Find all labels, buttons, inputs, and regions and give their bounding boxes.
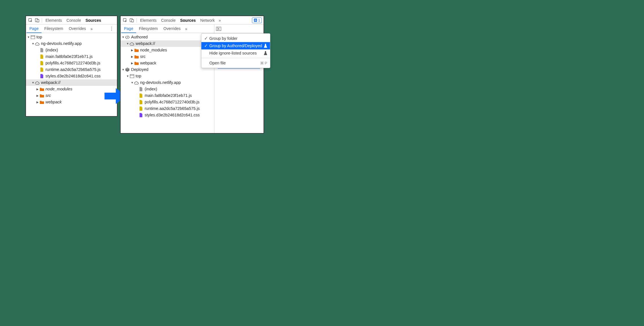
caret-right-icon: ▶ <box>36 86 39 92</box>
tree-file[interactable]: styles.d3e2b24618d2c641.css <box>26 73 117 79</box>
cloud-icon <box>35 42 40 46</box>
tree-label: node_modules <box>45 86 72 92</box>
svg-rect-13 <box>130 75 134 78</box>
tree-top[interactable]: ▼ top <box>26 34 117 40</box>
tab-network[interactable]: Network <box>198 16 217 25</box>
subtab-overrides[interactable]: Overrides <box>161 25 184 33</box>
caret-down-icon: ▼ <box>122 34 125 40</box>
tree-file[interactable]: runtime.aa2dc5a72b65a575.js <box>26 66 117 73</box>
tree-file[interactable]: (index) <box>121 86 214 92</box>
folder-icon <box>134 61 139 66</box>
subtab-filesystem[interactable]: Filesystem <box>136 25 161 33</box>
menu-item-hide-ignore-listed[interactable]: Hide ignore-listed sources <box>201 49 270 57</box>
tree-file[interactable]: polyfills.4c768d7122740d3b.js <box>26 60 117 66</box>
devtools-panel-before: Elements Console Sources Page Filesystem… <box>25 16 118 117</box>
check-icon: ✓ <box>204 36 208 41</box>
js-file-icon <box>40 55 44 59</box>
caret-down-icon: ▼ <box>32 40 34 47</box>
subtab-page[interactable]: Page <box>27 25 42 33</box>
js-file-icon <box>40 68 44 72</box>
tab-elements[interactable]: Elements <box>43 16 64 25</box>
tree-file[interactable]: main.fa8bfa0e23f1eb71.js <box>121 92 214 99</box>
js-file-icon <box>139 100 143 105</box>
editor-toolbar <box>214 25 264 33</box>
tree-folder[interactable]: ▶ node_modules <box>26 86 117 92</box>
tree-folder[interactable]: ▶ webpack <box>26 99 117 105</box>
document-icon <box>139 87 143 92</box>
tree-folder[interactable]: ▶ webpack <box>121 60 214 66</box>
cloud-icon <box>130 42 134 46</box>
menu-item-open-file[interactable]: Open file ⌘ P <box>201 59 270 67</box>
tree-file[interactable]: runtime.aa2dc5a72b65a575.js <box>121 105 214 112</box>
tab-sources[interactable]: Sources <box>178 16 198 25</box>
flask-icon <box>264 44 267 48</box>
device-toggle-icon[interactable] <box>34 17 41 24</box>
tab-sources[interactable]: Sources <box>83 16 103 25</box>
tree-folder[interactable]: ▶ node_modules <box>121 47 214 53</box>
tree-deployed[interactable]: ▼ Deployed <box>121 66 214 73</box>
more-subtabs-icon[interactable]: » <box>183 27 189 31</box>
tab-console[interactable]: Console <box>64 16 83 25</box>
tree-webpack[interactable]: ▼ webpack:// <box>26 79 117 86</box>
tree-label: (index) <box>45 47 58 53</box>
svg-rect-7 <box>132 19 134 22</box>
tree-domain[interactable]: ▼ ng-devtools.netlify.app <box>26 40 117 47</box>
issues-icon <box>254 18 257 22</box>
caret-down-icon: ▼ <box>131 79 134 86</box>
more-tabs-icon[interactable]: » <box>217 18 223 23</box>
caret-right-icon: ▶ <box>131 60 134 66</box>
tab-console[interactable]: Console <box>159 16 178 25</box>
folder-icon <box>134 48 139 53</box>
tree-label: main.fa8bfa0e23f1eb71.js <box>145 92 192 99</box>
code-icon <box>125 35 130 40</box>
js-file-icon <box>139 107 143 111</box>
svg-rect-9 <box>254 19 256 20</box>
menu-shortcut: ⌘ P <box>260 61 267 65</box>
tree-label: (index) <box>145 86 157 92</box>
device-toggle-icon[interactable] <box>129 17 135 24</box>
issues-count: 1 <box>258 18 260 22</box>
tab-elements[interactable]: Elements <box>138 16 159 25</box>
top-tabs: Elements Console Sources <box>26 16 117 25</box>
menu-label: Group by Authored/Deployed <box>208 44 264 48</box>
tree-label: main.fa8bfa0e23f1eb71.js <box>45 53 93 60</box>
css-file-icon <box>40 74 44 79</box>
menu-label: Group by folder <box>208 36 267 41</box>
more-subtabs-icon[interactable]: » <box>89 27 94 31</box>
frame-icon <box>31 35 35 40</box>
frame-icon <box>130 74 134 79</box>
js-file-icon <box>139 94 143 98</box>
tree-webpack[interactable]: ▼ webpack:// <box>121 40 214 47</box>
menu-item-group-by-folder[interactable]: ✓ Group by folder <box>201 35 270 42</box>
toggle-navigator-icon[interactable] <box>216 27 221 31</box>
tree-label: src <box>140 53 145 60</box>
tree-folder[interactable]: ▶ src <box>26 92 117 99</box>
subtab-page[interactable]: Page <box>121 25 136 33</box>
folder-icon <box>40 100 44 105</box>
inspect-icon[interactable] <box>27 17 34 24</box>
tree-file[interactable]: styles.d3e2b24618d2c641.css <box>121 112 214 118</box>
deployed-icon <box>125 68 130 72</box>
svg-rect-3 <box>31 36 35 39</box>
document-icon <box>40 48 44 53</box>
tree-file[interactable]: (index) <box>26 47 117 53</box>
subtab-overrides[interactable]: Overrides <box>66 25 89 33</box>
tree-file[interactable]: polyfills.4c768d7122740d3b.js <box>121 99 214 105</box>
tree-domain[interactable]: ▼ ng-devtools.netlify.app <box>121 79 214 86</box>
menu-label: Hide ignore-listed sources <box>208 51 264 55</box>
subtab-filesystem[interactable]: Filesystem <box>42 25 66 33</box>
issues-badge[interactable]: 1 <box>252 18 262 23</box>
menu-item-group-by-authored-deployed[interactable]: ✓ Group by Authored/Deployed <box>201 42 270 49</box>
tree-file[interactable]: main.fa8bfa0e23f1eb71.js <box>26 53 117 60</box>
tree-top[interactable]: ▼ top <box>121 73 214 79</box>
tree-label: webpack:// <box>41 79 60 86</box>
folder-icon <box>134 55 139 59</box>
svg-rect-8 <box>254 19 257 22</box>
tree-authored[interactable]: ▼ Authored <box>121 34 214 40</box>
tree-label: webpack <box>45 99 62 105</box>
folder-icon <box>40 94 44 98</box>
tree-folder[interactable]: ▶ src <box>121 53 214 60</box>
file-tree: ▼ top ▼ ng-devtools.netlify.app (index) … <box>26 33 117 106</box>
kebab-menu-icon[interactable]: ⋮ <box>107 26 116 31</box>
inspect-icon[interactable] <box>122 17 129 24</box>
